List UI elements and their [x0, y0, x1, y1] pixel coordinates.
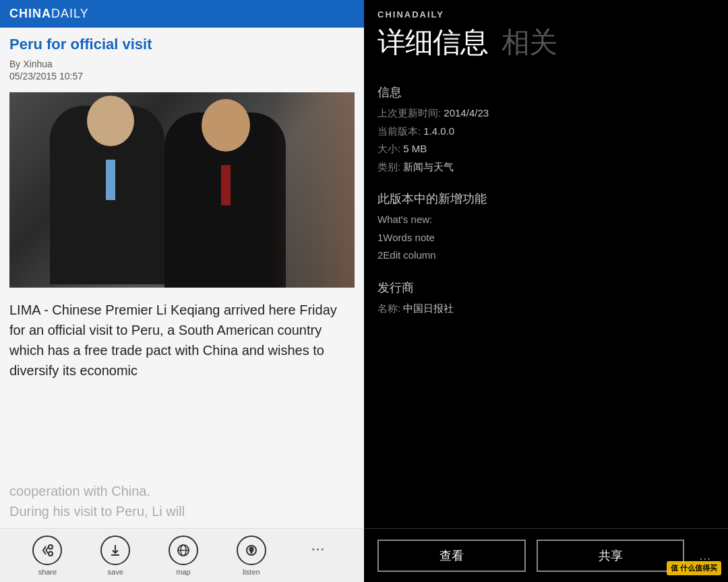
publisher-name: 名称: 中国日报社	[377, 301, 715, 317]
version-value: 1.4.0.0	[423, 125, 454, 137]
brand-china: CHINA	[9, 7, 51, 20]
person-right-tie	[221, 165, 231, 205]
article-photo	[9, 92, 355, 288]
share-button[interactable]: 共享	[537, 540, 685, 572]
save-label: save	[108, 568, 123, 576]
save-icon	[100, 536, 130, 565]
size-value: 5 MB	[403, 143, 427, 154]
version-label: 当前版本:	[377, 125, 421, 137]
person-left-tie	[106, 160, 115, 200]
right-tabs: 详细信息 相关	[377, 24, 715, 61]
listen-label: listen	[243, 568, 260, 576]
new-feature-2: 2Edit column	[377, 248, 715, 263]
article-text-main: LIMA - Chinese Premier Li Keqiang arrive…	[9, 300, 355, 381]
publisher-name-label: 名称:	[377, 302, 400, 314]
category-value: 新闻与天气	[403, 161, 454, 172]
new-features-section: 此版本中的新增功能 What's new: 1Words note 2Edit …	[377, 191, 715, 263]
article-text-faded-1: cooperation with China.	[9, 481, 355, 501]
info-category: 类别: 新闻与天气	[377, 160, 715, 175]
info-size: 大小: 5 MB	[377, 141, 715, 157]
svg-line-3	[46, 550, 49, 554]
map-icon	[169, 536, 198, 565]
listen-toolbar-item[interactable]: listen	[237, 536, 266, 576]
info-last-update: 上次更新时间: 2014/4/23	[377, 106, 715, 121]
last-update-label: 上次更新时间:	[377, 107, 441, 119]
person-left-head	[87, 96, 134, 146]
map-toolbar-item[interactable]: map	[169, 536, 198, 576]
person-right-head	[202, 99, 250, 152]
right-header: CHINADAILY 详细信息 相关	[364, 0, 728, 67]
share-icon	[32, 536, 62, 565]
left-panel: CHINADAILY Peru for official visit By Xi…	[0, 0, 364, 582]
category-label: 类别:	[377, 161, 400, 172]
publisher-name-value: 中国日报社	[403, 302, 454, 314]
map-label: map	[176, 568, 190, 576]
article-body: LIMA - Chinese Premier Li Keqiang arrive…	[0, 293, 364, 481]
article-title: Peru for official visit	[0, 28, 364, 56]
article-text-faded-2: During his visit to Peru, Li will	[9, 501, 355, 521]
right-panel: CHINADAILY 详细信息 相关 信息 上次更新时间: 2014/4/23 …	[364, 0, 728, 582]
bottom-toolbar: share save map	[0, 528, 364, 582]
svg-line-2	[46, 547, 49, 550]
article-author: By Xinhua	[9, 59, 355, 69]
info-section-title: 信息	[377, 84, 715, 100]
tab-related[interactable]: 相关	[502, 24, 557, 61]
right-content: 信息 上次更新时间: 2014/4/23 当前版本: 1.4.0.0 大小: 5…	[364, 67, 728, 582]
article-date: 05/23/2015 10:57	[9, 71, 355, 82]
last-update-value: 2014/4/23	[444, 107, 489, 119]
info-version: 当前版本: 1.4.0.0	[377, 124, 715, 139]
svg-point-1	[49, 552, 53, 556]
image-bg	[274, 92, 355, 288]
new-feature-1: 1Words note	[377, 230, 715, 246]
article-meta: By Xinhua 05/23/2015 10:57	[0, 56, 364, 87]
right-brand: CHINADAILY	[377, 9, 715, 20]
whats-new-label: What's new:	[377, 212, 715, 228]
svg-point-0	[49, 545, 53, 549]
save-toolbar-item[interactable]: save	[100, 536, 130, 576]
more-button[interactable]: ...	[305, 536, 332, 554]
publisher-title: 发行商	[377, 280, 715, 296]
new-features-title: 此版本中的新增功能	[377, 191, 715, 207]
listen-icon	[237, 536, 266, 565]
share-toolbar-item[interactable]: share	[32, 536, 62, 576]
article-image	[9, 92, 355, 288]
size-label: 大小:	[377, 143, 400, 154]
brand-daily: DAILY	[51, 7, 89, 20]
publisher-section: 发行商 名称: 中国日报社	[377, 280, 715, 317]
tab-details[interactable]: 详细信息	[377, 24, 488, 61]
left-header: CHINADAILY	[0, 0, 364, 28]
watermark: 值 什么值得买	[667, 561, 721, 575]
view-button[interactable]: 查看	[377, 540, 526, 572]
share-label: share	[38, 568, 57, 576]
